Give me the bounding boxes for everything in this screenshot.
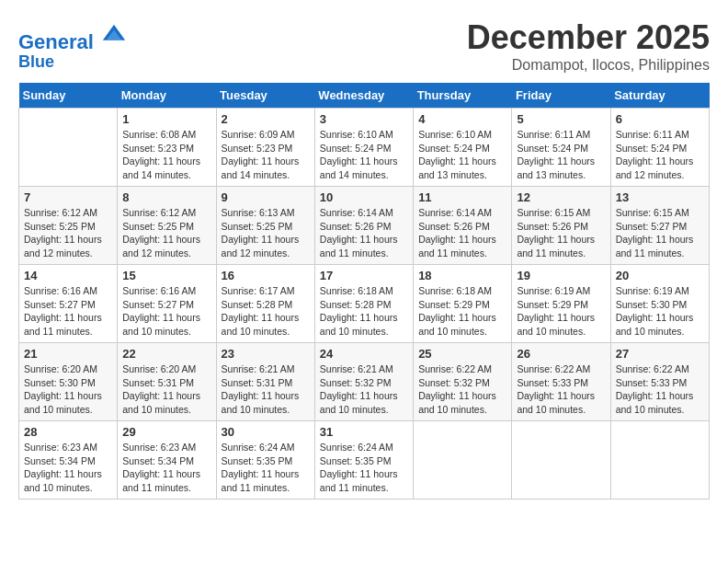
calendar-cell: 15Sunrise: 6:16 AMSunset: 5:27 PMDayligh… [118,265,216,343]
day-info: Sunrise: 6:19 AMSunset: 5:30 PMDaylight:… [616,284,704,339]
day-number: 18 [418,269,506,282]
weekday-sunday: Sunday [19,83,118,109]
day-number: 31 [320,425,408,439]
day-info: Sunrise: 6:20 AMSunset: 5:30 PMDaylight:… [24,362,112,417]
calendar-cell: 19Sunrise: 6:19 AMSunset: 5:29 PMDayligh… [512,265,610,343]
week-row-5: 28Sunrise: 6:23 AMSunset: 5:34 PMDayligh… [19,421,710,500]
week-row-2: 7Sunrise: 6:12 AMSunset: 5:25 PMDaylight… [19,187,710,265]
day-number: 16 [222,269,310,282]
day-info: Sunrise: 6:17 AMSunset: 5:28 PMDaylight:… [222,284,310,339]
day-info: Sunrise: 6:21 AMSunset: 5:31 PMDaylight:… [222,362,310,417]
day-number: 9 [222,190,310,204]
day-number: 8 [122,190,210,204]
day-number: 28 [24,425,112,439]
day-number: 5 [517,112,605,126]
calendar-cell: 30Sunrise: 6:24 AMSunset: 5:35 PMDayligh… [216,421,314,500]
day-info: Sunrise: 6:10 AMSunset: 5:24 PMDaylight:… [320,128,408,182]
location: Domampot, Ilocos, Philippines [467,57,710,74]
day-info: Sunrise: 6:10 AMSunset: 5:24 PMDaylight:… [418,128,506,182]
day-info: Sunrise: 6:11 AMSunset: 5:24 PMDaylight:… [517,128,605,182]
day-number: 29 [122,425,210,439]
page-header: General Blue December 2025 Domampot, Ilo… [18,18,710,74]
logo-icon [101,23,127,49]
calendar-body: 1Sunrise: 6:08 AMSunset: 5:23 PMDaylight… [19,109,710,500]
day-number: 26 [517,347,605,361]
day-number: 12 [517,190,605,204]
day-number: 27 [616,347,704,361]
calendar-cell: 4Sunrise: 6:10 AMSunset: 5:24 PMDaylight… [414,109,512,187]
day-info: Sunrise: 6:14 AMSunset: 5:26 PMDaylight:… [320,206,408,260]
calendar-cell: 27Sunrise: 6:22 AMSunset: 5:33 PMDayligh… [610,343,709,421]
calendar-cell: 11Sunrise: 6:14 AMSunset: 5:26 PMDayligh… [414,187,512,265]
calendar-cell: 21Sunrise: 6:20 AMSunset: 5:30 PMDayligh… [19,343,118,421]
day-info: Sunrise: 6:16 AMSunset: 5:27 PMDaylight:… [122,284,210,339]
calendar-cell: 1Sunrise: 6:08 AMSunset: 5:23 PMDaylight… [118,109,216,187]
day-number: 21 [24,347,112,361]
day-number: 30 [222,425,310,439]
day-number: 15 [122,269,210,282]
day-info: Sunrise: 6:21 AMSunset: 5:32 PMDaylight:… [320,362,408,417]
calendar-cell: 2Sunrise: 6:09 AMSunset: 5:23 PMDaylight… [216,109,314,187]
day-number: 23 [222,347,310,361]
day-number: 24 [320,347,408,361]
calendar-cell: 28Sunrise: 6:23 AMSunset: 5:34 PMDayligh… [19,421,118,500]
calendar-cell: 24Sunrise: 6:21 AMSunset: 5:32 PMDayligh… [314,343,413,421]
calendar-cell: 13Sunrise: 6:15 AMSunset: 5:27 PMDayligh… [610,187,709,265]
day-info: Sunrise: 6:22 AMSunset: 5:33 PMDaylight:… [517,362,605,417]
day-info: Sunrise: 6:19 AMSunset: 5:29 PMDaylight:… [517,284,605,339]
calendar-cell: 10Sunrise: 6:14 AMSunset: 5:26 PMDayligh… [314,187,413,265]
calendar-cell: 25Sunrise: 6:22 AMSunset: 5:32 PMDayligh… [414,343,512,421]
calendar-cell: 20Sunrise: 6:19 AMSunset: 5:30 PMDayligh… [610,265,709,343]
calendar-table: SundayMondayTuesdayWednesdayThursdayFrid… [18,83,710,500]
day-number: 3 [320,112,408,126]
day-number: 10 [320,190,408,204]
weekday-monday: Monday [118,83,216,109]
day-info: Sunrise: 6:13 AMSunset: 5:25 PMDaylight:… [222,206,310,260]
weekday-header-row: SundayMondayTuesdayWednesdayThursdayFrid… [19,83,710,109]
day-number: 7 [24,190,112,204]
calendar-cell: 12Sunrise: 6:15 AMSunset: 5:26 PMDayligh… [512,187,610,265]
calendar-cell [512,421,610,500]
day-info: Sunrise: 6:18 AMSunset: 5:29 PMDaylight:… [418,284,506,339]
day-info: Sunrise: 6:18 AMSunset: 5:28 PMDaylight:… [320,284,408,339]
day-number: 19 [517,269,605,282]
calendar-cell: 8Sunrise: 6:12 AMSunset: 5:25 PMDaylight… [118,187,216,265]
day-info: Sunrise: 6:23 AMSunset: 5:34 PMDaylight:… [122,441,210,495]
day-info: Sunrise: 6:12 AMSunset: 5:25 PMDaylight:… [122,206,210,260]
day-info: Sunrise: 6:09 AMSunset: 5:23 PMDaylight:… [222,128,310,182]
calendar-cell: 16Sunrise: 6:17 AMSunset: 5:28 PMDayligh… [216,265,314,343]
day-number: 14 [24,269,112,282]
calendar-cell: 31Sunrise: 6:24 AMSunset: 5:35 PMDayligh… [314,421,413,500]
weekday-friday: Friday [512,83,610,109]
week-row-1: 1Sunrise: 6:08 AMSunset: 5:23 PMDaylight… [19,109,710,187]
calendar-cell: 7Sunrise: 6:12 AMSunset: 5:25 PMDaylight… [19,187,118,265]
day-number: 25 [418,347,506,361]
logo-text: General [18,23,127,53]
calendar-cell: 26Sunrise: 6:22 AMSunset: 5:33 PMDayligh… [512,343,610,421]
day-info: Sunrise: 6:11 AMSunset: 5:24 PMDaylight:… [616,128,704,182]
calendar-cell: 3Sunrise: 6:10 AMSunset: 5:24 PMDaylight… [314,109,413,187]
calendar-cell [610,421,709,500]
day-info: Sunrise: 6:14 AMSunset: 5:26 PMDaylight:… [418,206,506,260]
day-number: 2 [222,112,310,126]
day-number: 6 [616,112,704,126]
weekday-wednesday: Wednesday [314,83,413,109]
calendar-cell: 29Sunrise: 6:23 AMSunset: 5:34 PMDayligh… [118,421,216,500]
day-info: Sunrise: 6:15 AMSunset: 5:27 PMDaylight:… [616,206,704,260]
day-info: Sunrise: 6:12 AMSunset: 5:25 PMDaylight:… [24,206,112,260]
week-row-3: 14Sunrise: 6:16 AMSunset: 5:27 PMDayligh… [19,265,710,343]
logo: General Blue [18,23,127,72]
calendar-cell: 22Sunrise: 6:20 AMSunset: 5:31 PMDayligh… [118,343,216,421]
day-number: 11 [418,190,506,204]
day-info: Sunrise: 6:24 AMSunset: 5:35 PMDaylight:… [222,441,310,495]
day-number: 1 [122,112,210,126]
day-info: Sunrise: 6:22 AMSunset: 5:33 PMDaylight:… [616,362,704,417]
weekday-thursday: Thursday [414,83,512,109]
calendar-cell: 18Sunrise: 6:18 AMSunset: 5:29 PMDayligh… [414,265,512,343]
day-info: Sunrise: 6:16 AMSunset: 5:27 PMDaylight:… [24,284,112,339]
week-row-4: 21Sunrise: 6:20 AMSunset: 5:30 PMDayligh… [19,343,710,421]
day-info: Sunrise: 6:23 AMSunset: 5:34 PMDaylight:… [24,441,112,495]
weekday-saturday: Saturday [610,83,709,109]
calendar-cell: 9Sunrise: 6:13 AMSunset: 5:25 PMDaylight… [216,187,314,265]
day-info: Sunrise: 6:15 AMSunset: 5:26 PMDaylight:… [517,206,605,260]
